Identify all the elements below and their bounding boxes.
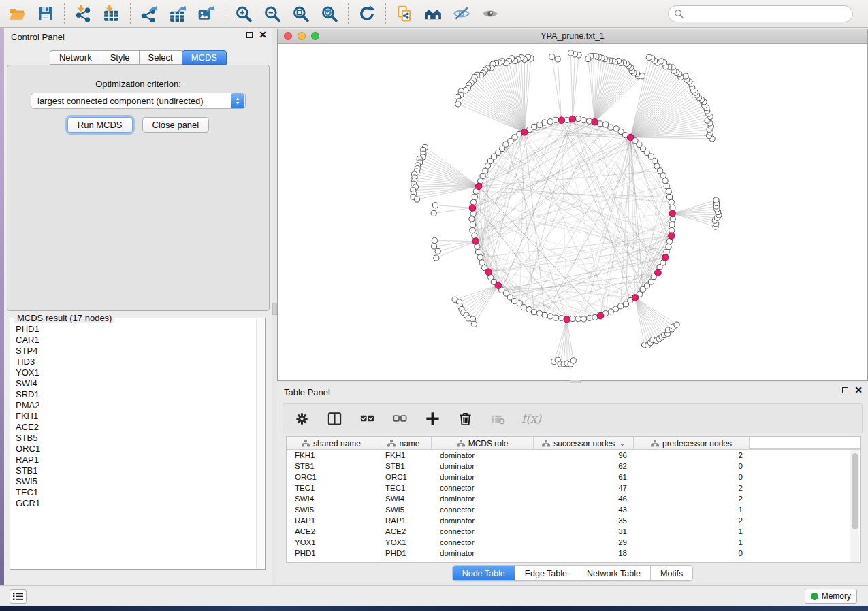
cell-mcds_role[interactable]: dominator — [432, 473, 534, 481]
network-graph[interactable] — [278, 44, 867, 380]
graph-ring-node[interactable] — [521, 305, 526, 310]
close-panel-button[interactable]: Close panel — [142, 117, 210, 133]
table-row[interactable]: SWI5SWI5connector431 — [287, 504, 860, 515]
table-row[interactable]: FKH1FKH1dominator962 — [287, 450, 860, 461]
mcds-result-item[interactable]: YOX1 — [16, 367, 255, 378]
cell-mcds_role[interactable]: dominator — [432, 495, 534, 503]
splitter-handle[interactable] — [272, 303, 277, 315]
search-input[interactable] — [688, 10, 852, 19]
tab-select[interactable]: Select — [139, 50, 182, 65]
graph-ring-node[interactable] — [469, 216, 475, 222]
graph-leaf-node[interactable] — [432, 203, 438, 208]
graph-ring-node[interactable] — [666, 244, 671, 250]
graph-ring-node[interactable] — [531, 310, 536, 315]
graph-ring-node[interactable] — [480, 173, 485, 178]
mcds-result-item[interactable]: PMA2 — [16, 400, 255, 411]
cell-shared_name[interactable]: TEC1 — [287, 484, 376, 492]
add-icon[interactable] — [423, 408, 441, 429]
cell-mcds_role[interactable]: dominator — [432, 462, 534, 470]
graph-ring-node[interactable] — [553, 117, 558, 122]
graph-mcds-node[interactable] — [627, 134, 634, 141]
cell-successor[interactable]: 43 — [534, 506, 634, 514]
first-neighbors-icon[interactable] — [419, 2, 447, 25]
show-all-icon[interactable] — [476, 2, 504, 25]
graph-ring-node[interactable] — [669, 227, 675, 233]
table-row[interactable]: SWI4SWI4dominator462 — [287, 493, 860, 504]
graph-mcds-node[interactable] — [558, 117, 565, 124]
cell-successor[interactable]: 61 — [534, 473, 634, 481]
graph-ring-node[interactable] — [586, 118, 592, 124]
tab-style[interactable]: Style — [101, 50, 139, 65]
table-row[interactable]: TEC1TEC1connector472 — [287, 482, 860, 493]
graph-leaf-node[interactable] — [431, 244, 436, 249]
column-header-name[interactable]: name — [376, 437, 432, 450]
graph-ring-node[interactable] — [670, 205, 675, 210]
memory-button[interactable]: Memory — [805, 589, 857, 604]
graph-leaf-node[interactable] — [431, 210, 436, 216]
mcds-result-item[interactable]: SWI4 — [16, 378, 255, 389]
cell-predecessor[interactable]: 2 — [634, 484, 750, 492]
cell-shared_name[interactable]: SWI4 — [287, 495, 376, 503]
mcds-result-item[interactable]: FKH1 — [16, 411, 255, 422]
mcds-result-item[interactable]: STB5 — [16, 433, 255, 444]
mcds-result-item[interactable]: TEC1 — [16, 487, 255, 498]
graph-ring-node[interactable] — [613, 126, 619, 131]
graph-ring-node[interactable] — [666, 188, 671, 194]
deselect-all-icon[interactable] — [391, 408, 408, 429]
export-table-icon[interactable] — [163, 2, 192, 25]
open-file-icon[interactable] — [3, 2, 31, 25]
cell-mcds_role[interactable]: connector — [432, 506, 534, 514]
column-pane-icon[interactable] — [325, 408, 343, 429]
cell-successor[interactable]: 35 — [534, 516, 634, 525]
graph-ring-node[interactable] — [575, 116, 581, 121]
cell-successor[interactable]: 46 — [534, 495, 634, 503]
cell-name[interactable]: RAP1 — [376, 516, 432, 525]
cell-shared_name[interactable]: RAP1 — [287, 516, 376, 525]
tab-network-table[interactable]: Network Table — [577, 566, 651, 580]
float-icon[interactable] — [842, 387, 848, 393]
mcds-result-item[interactable]: SWI5 — [16, 476, 255, 487]
graph-mcds-node[interactable] — [592, 118, 598, 125]
cell-predecessor[interactable]: 2 — [634, 451, 750, 459]
graph-ring-node[interactable] — [475, 249, 481, 254]
graph-mcds-node[interactable] — [495, 282, 502, 289]
table-row[interactable]: ACE2ACE2connector311 — [287, 526, 860, 537]
cell-name[interactable]: TEC1 — [376, 484, 432, 492]
run-mcds-button[interactable]: Run MCDS — [67, 117, 133, 133]
graph-leaf-node[interactable] — [713, 197, 719, 203]
graph-leaf-node[interactable] — [585, 56, 591, 61]
graph-leaf-node[interactable] — [455, 101, 461, 107]
graph-ring-node[interactable] — [470, 222, 475, 227]
table-row[interactable]: STB1STB1dominator620 — [287, 461, 860, 472]
graph-ring-node[interactable] — [587, 315, 592, 320]
graph-mcds-node[interactable] — [662, 254, 669, 261]
cell-predecessor[interactable]: 0 — [634, 549, 750, 557]
graph-ring-node[interactable] — [470, 211, 476, 216]
cell-shared_name[interactable]: ORC1 — [287, 473, 376, 481]
graph-mcds-node[interactable] — [472, 238, 479, 245]
graph-ring-node[interactable] — [477, 254, 483, 260]
graph-ring-node[interactable] — [547, 314, 553, 319]
cell-predecessor[interactable]: 2 — [634, 516, 750, 525]
graph-ring-node[interactable] — [648, 279, 654, 284]
graph-ring-node[interactable] — [664, 249, 669, 254]
tab-network[interactable]: Network — [50, 50, 101, 65]
graph-leaf-node[interactable] — [434, 255, 439, 261]
graph-ring-node[interactable] — [669, 222, 675, 227]
cell-predecessor[interactable]: 2 — [634, 495, 750, 503]
tab-motifs[interactable]: Motifs — [651, 566, 692, 580]
mcds-result-item[interactable]: CAR1 — [16, 335, 255, 346]
close-icon[interactable]: ✕ — [259, 31, 267, 38]
gear-icon[interactable] — [293, 408, 310, 429]
graph-mcds-node[interactable] — [655, 269, 662, 276]
graph-leaf-node[interactable] — [414, 197, 419, 202]
mcds-result-item[interactable]: PHD1 — [16, 324, 255, 335]
zoom-in-icon[interactable] — [229, 2, 258, 25]
cell-successor[interactable]: 96 — [534, 451, 634, 459]
graph-ring-node[interactable] — [575, 316, 581, 322]
mcds-result-scrollbar[interactable] — [256, 319, 264, 569]
cell-successor[interactable]: 47 — [534, 484, 634, 492]
export-image-icon[interactable] — [192, 2, 221, 25]
graph-mcds-node[interactable] — [668, 233, 675, 240]
mcds-result-item[interactable]: GCR1 — [16, 498, 255, 509]
